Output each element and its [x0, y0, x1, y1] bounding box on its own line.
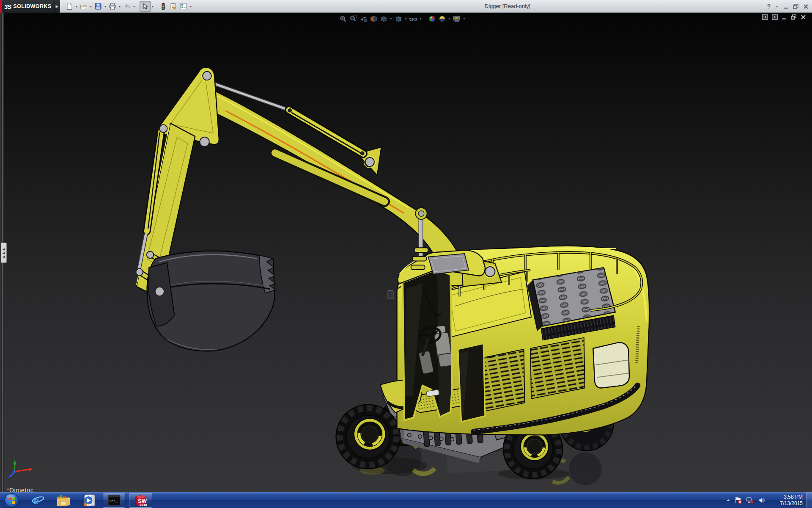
taskbar-media-player[interactable] [80, 492, 98, 508]
undo-dropdown[interactable]: ▾ [132, 5, 136, 8]
excavator-model[interactable] [136, 67, 649, 487]
view-settings-dropdown[interactable]: ▾ [462, 17, 466, 21]
apply-scene-dropdown[interactable]: ▾ [447, 17, 451, 21]
hide-show-dropdown[interactable]: ▾ [419, 17, 422, 21]
taskbar-solidworks-2015[interactable]: SW 2015 [129, 493, 152, 508]
file-properties-icon [170, 3, 177, 10]
taskbar-windows-explorer[interactable] [54, 492, 73, 508]
new-dropdown[interactable]: ▾ [74, 5, 79, 8]
rebuild-button[interactable] [158, 1, 168, 11]
zoom-to-fit-button[interactable] [338, 14, 348, 23]
clock-time: 3:58 PM [784, 494, 803, 500]
internet-explorer-icon: e [31, 493, 45, 508]
speaker-icon[interactable] [758, 497, 765, 504]
dock-right-icon[interactable] [772, 14, 778, 20]
y-axis-arrow [13, 460, 16, 464]
screen: { "window": { "brand_mark": "3S", "brand… [0, 0, 812, 508]
section-view-button[interactable] [369, 14, 378, 23]
zoom-to-fit-icon [339, 15, 347, 23]
rebuild-traffic-light-icon [159, 3, 167, 10]
print-dropdown[interactable]: ▾ [118, 5, 122, 8]
collapse-arrow-icon: ◀ [3, 255, 5, 258]
eyeglasses-icon [409, 15, 417, 23]
command-prompt-label: C:\_ [110, 499, 118, 503]
previous-view-button[interactable] [359, 14, 368, 23]
start-button[interactable] [3, 492, 20, 508]
new-document-icon [66, 3, 73, 10]
open-icon [80, 3, 88, 10]
select-dropdown[interactable]: ▾ [151, 5, 155, 8]
heads-up-view-toolbar: ▾ ▾ ▾ [338, 14, 466, 24]
open-dropdown[interactable]: ▾ [89, 5, 93, 8]
window-controls: ? ▾ [767, 0, 809, 13]
side-grille-right [530, 338, 585, 399]
open-button[interactable] [79, 1, 89, 11]
minimize-button[interactable] [783, 4, 789, 9]
view-orientation-dropdown[interactable]: ▾ [389, 17, 393, 21]
show-hidden-icons-button[interactable] [726, 498, 731, 502]
edit-appearance-button[interactable] [427, 14, 436, 23]
view-orientation-icon [380, 15, 388, 23]
view-settings-button[interactable] [452, 14, 461, 23]
restore-button[interactable] [793, 4, 799, 9]
apply-scene-icon [438, 15, 446, 23]
z-axis-arrow [7, 475, 12, 480]
print-icon [109, 3, 116, 10]
options-button[interactable] [178, 1, 189, 11]
document-close-icon[interactable] [801, 14, 806, 20]
apply-scene-button[interactable] [437, 14, 447, 23]
select-button[interactable] [140, 1, 151, 12]
close-button[interactable] [803, 4, 809, 9]
solidworks-logo: 3S SOLIDWORKS [0, 0, 54, 13]
zoom-to-area-button[interactable] [348, 14, 358, 23]
clock-date: 7/13/2015 [780, 500, 803, 507]
command-prompt-icon: C:\_ [108, 495, 121, 506]
solidworks-2015-icon: SW 2015 [134, 494, 148, 507]
document-minimize-icon[interactable] [782, 14, 787, 20]
save-dropdown[interactable]: ▾ [103, 5, 107, 8]
collapse-arrow-icon: ◀ [3, 251, 5, 254]
folder-icon [56, 494, 71, 507]
previous-view-icon [359, 15, 368, 23]
section-view-icon [370, 15, 378, 23]
undo-button[interactable] [122, 1, 132, 11]
rear-side-window [593, 342, 629, 388]
new-document-button[interactable] [64, 1, 74, 11]
orientation-triad [5, 457, 41, 489]
select-cursor-icon [141, 3, 149, 10]
graphics-viewport[interactable]: ◀ ◀ ◀ [0, 13, 812, 492]
options-icon [180, 3, 187, 10]
options-dropdown[interactable]: ▾ [189, 5, 193, 8]
brand-mark: 3S [4, 3, 11, 10]
document-restore-icon[interactable] [791, 14, 797, 20]
brand-accent [0, 0, 2, 13]
appearance-ball-icon [428, 15, 436, 23]
window-title: Digger [Read-only] [423, 0, 592, 13]
save-icon [94, 3, 102, 10]
cab-door-window [458, 343, 485, 422]
dock-left-icon[interactable] [762, 14, 768, 20]
taskbar-internet-explorer[interactable]: e [30, 492, 47, 508]
feature-panel-collapsed-tab[interactable]: ◀ ◀ ◀ [1, 243, 7, 263]
taskbar-command-prompt[interactable]: C:\_ [103, 493, 125, 508]
action-center-flag-icon[interactable] [735, 497, 742, 504]
show-desktop-button[interactable] [806, 492, 812, 508]
file-properties-button[interactable] [168, 1, 178, 11]
system-tray [726, 492, 765, 508]
help-dropdown[interactable]: ▾ [775, 5, 779, 8]
display-style-button[interactable] [394, 14, 403, 23]
hide-show-items-button[interactable] [409, 14, 418, 23]
save-button[interactable] [93, 1, 103, 11]
view-orientation-button[interactable] [379, 14, 388, 23]
network-error-icon[interactable] [746, 497, 754, 504]
help-button[interactable]: ? [767, 3, 771, 10]
menu-flyout-arrow[interactable]: ▶ [54, 0, 60, 13]
svg-text:e: e [33, 494, 38, 507]
view-orientation-label: *Dimetric [7, 486, 34, 492]
document-window-controls [762, 14, 806, 20]
bucket [147, 251, 276, 351]
solidworks-year: 2015 [140, 503, 147, 507]
display-style-dropdown[interactable]: ▾ [404, 17, 408, 21]
print-button[interactable] [107, 1, 118, 11]
taskbar-clock[interactable]: 3:58 PM 7/13/2015 [780, 492, 803, 508]
